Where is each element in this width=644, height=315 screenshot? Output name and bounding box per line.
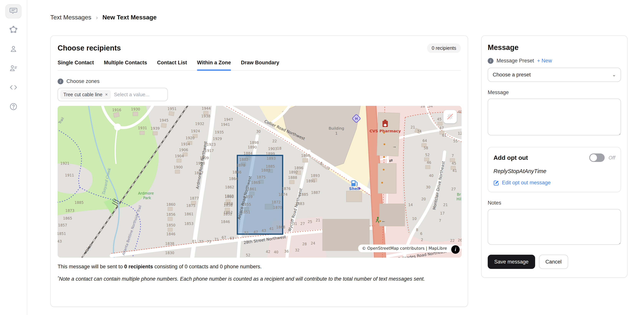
recipients-note: *Note a contact can contain multiple pho…	[58, 275, 434, 283]
map-house-number: 52	[246, 253, 250, 257]
edit-opt-out-link[interactable]: Edit opt out message	[494, 180, 615, 186]
map-house-number: 1858	[224, 203, 232, 207]
map-house-number: 1893	[266, 156, 276, 160]
map-house-number: 1857	[58, 223, 67, 227]
map-house-number: 1939	[150, 126, 160, 130]
map-house-number: 30	[426, 185, 430, 189]
map-house-number: 1864	[229, 177, 238, 181]
map-canvas: H	[58, 106, 462, 258]
map-house-number: 21	[410, 125, 415, 129]
map-house-number: 1850	[166, 223, 175, 227]
map-house-number: 26	[458, 238, 462, 242]
sidebar-item-messages[interactable]	[6, 4, 22, 18]
map-house-number: 1877	[190, 196, 199, 200]
map-house-number: 71	[214, 238, 219, 242]
zone-chip-label: Tree cut cable line	[63, 92, 102, 98]
map-house-number: 1870	[273, 206, 282, 210]
notes-label: Notes	[488, 200, 621, 206]
map-house-number: 1944	[202, 106, 211, 110]
chat-bubble-icon	[9, 6, 18, 16]
map-house-number: 40	[274, 250, 278, 254]
map-house-number: 1898	[301, 154, 310, 158]
preset-select[interactable]: Choose a preset ⌄	[488, 68, 621, 82]
sidebar-item-help[interactable]	[6, 100, 22, 114]
map-house-number: 61	[442, 133, 446, 137]
map-house-number: 1906	[179, 148, 188, 152]
map-house-number: 1860	[166, 202, 175, 206]
map-house-number: 1896	[294, 166, 303, 170]
tab-draw-boundary[interactable]: Draw Boundary	[241, 60, 279, 70]
map-house-number: 1873	[65, 208, 74, 212]
map-house-number: 6	[420, 232, 422, 236]
map-house-number: 55	[453, 139, 458, 143]
map-house-number: 1947	[224, 118, 233, 122]
map-house-number: 1875	[256, 175, 266, 179]
message-textarea[interactable]	[488, 98, 621, 136]
zone-map[interactable]: H	[58, 106, 462, 258]
tab-multiple-contacts[interactable]: Multiple Contacts	[104, 60, 147, 70]
cancel-button[interactable]: Cancel	[539, 255, 568, 269]
map-house-number: 1888	[288, 176, 297, 180]
map-label: Shell	[349, 186, 360, 191]
map-house-number: 1872	[272, 200, 280, 204]
tab-within-a-zone[interactable]: Within a Zone	[197, 60, 231, 70]
edit-pencil-icon	[494, 180, 499, 186]
map-house-number: 1903	[268, 147, 277, 151]
map-house-number: 1892	[289, 170, 298, 174]
map-label: Building	[328, 126, 344, 130]
chevron-down-icon: ⌄	[612, 72, 616, 78]
map-house-number: 1900	[174, 165, 182, 169]
map-house-number: 1941	[221, 122, 230, 126]
map-house-number: 1890	[248, 145, 257, 149]
new-preset-link[interactable]: + New	[537, 58, 552, 64]
map-house-number: 1865	[251, 180, 260, 184]
map-house-number: 1852	[223, 212, 232, 216]
recipients-summary-bold: 0 recipients	[124, 264, 153, 270]
map-house-number: 81	[192, 239, 196, 243]
map-house-number: 58	[424, 146, 428, 150]
tab-contact-list[interactable]: Contact List	[157, 60, 187, 70]
map-house-number: 47	[254, 230, 258, 234]
map-house-number: 1911	[65, 173, 74, 177]
map-house-number: 1931	[138, 126, 147, 130]
map-label: Hil	[456, 197, 462, 201]
map-house-number: 1899	[266, 152, 275, 156]
map-house-number: 1930	[131, 107, 140, 111]
map-house-number: 45	[437, 117, 442, 121]
sidebar-item-contacts-list[interactable]	[6, 62, 22, 76]
tab-single-contact[interactable]: Single Contact	[58, 60, 94, 70]
sidebar-item-contact[interactable]	[6, 43, 22, 57]
recipient-tabs: Single Contact Multiple Contacts Contact…	[58, 60, 461, 71]
map-house-number: 1935	[215, 130, 224, 134]
map-info-icon[interactable]: i	[451, 245, 460, 254]
map-house-number: 21	[443, 203, 448, 207]
map-label: ←	[382, 218, 386, 223]
sidebar-item-code[interactable]	[6, 81, 22, 95]
map-label: CVS Pharmacy	[370, 129, 401, 133]
map-label: →	[392, 144, 396, 149]
map-house-number: 1846	[221, 220, 230, 224]
breadcrumb: Text Messages › New Text Message	[50, 14, 157, 21]
map-draw-disabled-button[interactable]	[443, 110, 457, 124]
edit-opt-out-label: Edit opt out message	[502, 180, 551, 186]
map-house-number: 67	[222, 236, 226, 240]
zone-select-input[interactable]: Tree cut cable line × Select a value...	[58, 88, 168, 101]
map-house-number: 20	[421, 197, 426, 201]
opt-out-toggle[interactable]	[589, 154, 605, 162]
code-icon	[9, 83, 18, 93]
gear-slash-icon	[446, 112, 454, 121]
save-message-button[interactable]: Save message	[488, 255, 535, 269]
map-house-number: 1868	[276, 225, 285, 229]
chip-remove-icon[interactable]: ×	[105, 92, 108, 97]
map-house-number: 1853	[184, 222, 193, 226]
map-label: ⇄	[389, 158, 393, 163]
opt-out-card: Add opt out Off ReplyStopAtAnyTime Edit …	[488, 147, 621, 192]
notes-textarea[interactable]	[488, 209, 621, 245]
recipients-summary: This message will be sent to 0 recipient…	[58, 264, 461, 270]
map-house-number: 1893	[311, 174, 320, 178]
map-house-number: 1951	[168, 107, 176, 111]
breadcrumb-parent[interactable]: Text Messages	[50, 14, 91, 21]
sidebar-item-zones[interactable]	[6, 24, 22, 38]
info-icon: i	[58, 78, 63, 84]
help-icon	[9, 102, 18, 112]
